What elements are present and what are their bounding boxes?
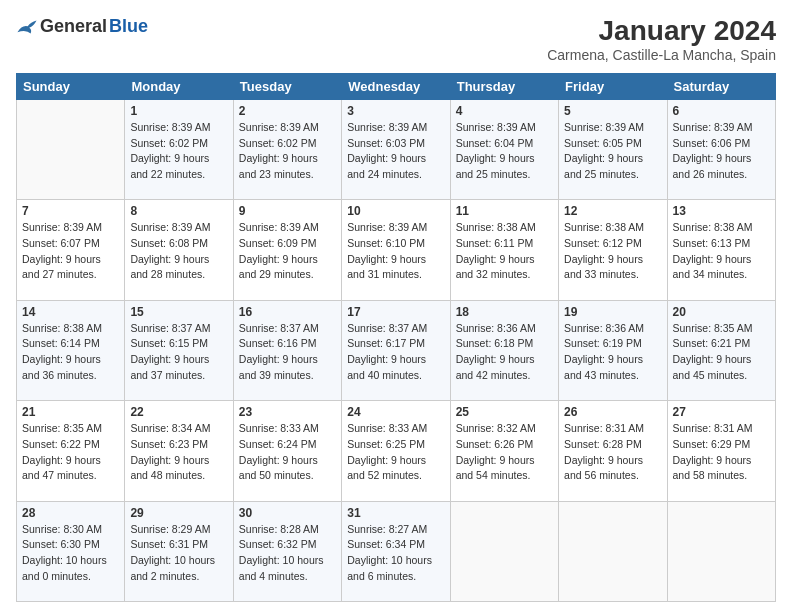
day-number: 6 (673, 104, 770, 118)
day-info: Sunrise: 8:39 AMSunset: 6:05 PMDaylight:… (564, 120, 661, 183)
day-info: Sunrise: 8:28 AMSunset: 6:32 PMDaylight:… (239, 522, 336, 585)
calendar-cell: 31Sunrise: 8:27 AMSunset: 6:34 PMDayligh… (342, 501, 450, 601)
calendar-cell: 12Sunrise: 8:38 AMSunset: 6:12 PMDayligh… (559, 200, 667, 300)
calendar-cell: 24Sunrise: 8:33 AMSunset: 6:25 PMDayligh… (342, 401, 450, 501)
day-info: Sunrise: 8:38 AMSunset: 6:11 PMDaylight:… (456, 220, 553, 283)
weekday-header-thursday: Thursday (450, 73, 558, 99)
calendar-cell (559, 501, 667, 601)
calendar-cell: 14Sunrise: 8:38 AMSunset: 6:14 PMDayligh… (17, 300, 125, 400)
page: General Blue January 2024 Carmena, Casti… (0, 0, 792, 612)
day-number: 26 (564, 405, 661, 419)
calendar-cell: 1Sunrise: 8:39 AMSunset: 6:02 PMDaylight… (125, 99, 233, 199)
day-info: Sunrise: 8:29 AMSunset: 6:31 PMDaylight:… (130, 522, 227, 585)
weekday-header-tuesday: Tuesday (233, 73, 341, 99)
day-info: Sunrise: 8:30 AMSunset: 6:30 PMDaylight:… (22, 522, 119, 585)
day-number: 21 (22, 405, 119, 419)
week-row-3: 14Sunrise: 8:38 AMSunset: 6:14 PMDayligh… (17, 300, 776, 400)
calendar-cell: 19Sunrise: 8:36 AMSunset: 6:19 PMDayligh… (559, 300, 667, 400)
day-info: Sunrise: 8:31 AMSunset: 6:29 PMDaylight:… (673, 421, 770, 484)
calendar-cell: 20Sunrise: 8:35 AMSunset: 6:21 PMDayligh… (667, 300, 775, 400)
weekday-header-friday: Friday (559, 73, 667, 99)
calendar-cell: 7Sunrise: 8:39 AMSunset: 6:07 PMDaylight… (17, 200, 125, 300)
day-info: Sunrise: 8:33 AMSunset: 6:24 PMDaylight:… (239, 421, 336, 484)
calendar-cell: 15Sunrise: 8:37 AMSunset: 6:15 PMDayligh… (125, 300, 233, 400)
week-row-5: 28Sunrise: 8:30 AMSunset: 6:30 PMDayligh… (17, 501, 776, 601)
day-info: Sunrise: 8:37 AMSunset: 6:16 PMDaylight:… (239, 321, 336, 384)
day-number: 27 (673, 405, 770, 419)
week-row-1: 1Sunrise: 8:39 AMSunset: 6:02 PMDaylight… (17, 99, 776, 199)
day-info: Sunrise: 8:39 AMSunset: 6:02 PMDaylight:… (130, 120, 227, 183)
day-number: 18 (456, 305, 553, 319)
day-info: Sunrise: 8:38 AMSunset: 6:12 PMDaylight:… (564, 220, 661, 283)
day-number: 22 (130, 405, 227, 419)
day-number: 12 (564, 204, 661, 218)
calendar-cell: 2Sunrise: 8:39 AMSunset: 6:02 PMDaylight… (233, 99, 341, 199)
day-info: Sunrise: 8:39 AMSunset: 6:07 PMDaylight:… (22, 220, 119, 283)
day-number: 29 (130, 506, 227, 520)
day-number: 13 (673, 204, 770, 218)
logo-bird-icon (16, 18, 38, 36)
day-info: Sunrise: 8:33 AMSunset: 6:25 PMDaylight:… (347, 421, 444, 484)
day-info: Sunrise: 8:39 AMSunset: 6:03 PMDaylight:… (347, 120, 444, 183)
week-row-2: 7Sunrise: 8:39 AMSunset: 6:07 PMDaylight… (17, 200, 776, 300)
calendar-cell: 18Sunrise: 8:36 AMSunset: 6:18 PMDayligh… (450, 300, 558, 400)
calendar-cell: 23Sunrise: 8:33 AMSunset: 6:24 PMDayligh… (233, 401, 341, 501)
weekday-header-sunday: Sunday (17, 73, 125, 99)
day-number: 31 (347, 506, 444, 520)
day-info: Sunrise: 8:37 AMSunset: 6:15 PMDaylight:… (130, 321, 227, 384)
day-number: 17 (347, 305, 444, 319)
weekday-header-row: SundayMondayTuesdayWednesdayThursdayFrid… (17, 73, 776, 99)
calendar-cell: 8Sunrise: 8:39 AMSunset: 6:08 PMDaylight… (125, 200, 233, 300)
week-row-4: 21Sunrise: 8:35 AMSunset: 6:22 PMDayligh… (17, 401, 776, 501)
day-number: 16 (239, 305, 336, 319)
location-subtitle: Carmena, Castille-La Mancha, Spain (547, 47, 776, 63)
day-info: Sunrise: 8:27 AMSunset: 6:34 PMDaylight:… (347, 522, 444, 585)
day-number: 11 (456, 204, 553, 218)
day-info: Sunrise: 8:39 AMSunset: 6:06 PMDaylight:… (673, 120, 770, 183)
calendar-cell: 25Sunrise: 8:32 AMSunset: 6:26 PMDayligh… (450, 401, 558, 501)
day-info: Sunrise: 8:35 AMSunset: 6:22 PMDaylight:… (22, 421, 119, 484)
day-number: 24 (347, 405, 444, 419)
month-title: January 2024 (547, 16, 776, 47)
day-info: Sunrise: 8:38 AMSunset: 6:14 PMDaylight:… (22, 321, 119, 384)
day-info: Sunrise: 8:37 AMSunset: 6:17 PMDaylight:… (347, 321, 444, 384)
calendar-cell: 11Sunrise: 8:38 AMSunset: 6:11 PMDayligh… (450, 200, 558, 300)
calendar-cell (17, 99, 125, 199)
day-number: 3 (347, 104, 444, 118)
day-info: Sunrise: 8:36 AMSunset: 6:19 PMDaylight:… (564, 321, 661, 384)
day-number: 15 (130, 305, 227, 319)
header: General Blue January 2024 Carmena, Casti… (16, 16, 776, 63)
day-info: Sunrise: 8:32 AMSunset: 6:26 PMDaylight:… (456, 421, 553, 484)
day-number: 19 (564, 305, 661, 319)
day-number: 9 (239, 204, 336, 218)
title-block: January 2024 Carmena, Castille-La Mancha… (547, 16, 776, 63)
weekday-header-monday: Monday (125, 73, 233, 99)
day-number: 7 (22, 204, 119, 218)
day-number: 10 (347, 204, 444, 218)
calendar-cell: 30Sunrise: 8:28 AMSunset: 6:32 PMDayligh… (233, 501, 341, 601)
calendar-cell: 6Sunrise: 8:39 AMSunset: 6:06 PMDaylight… (667, 99, 775, 199)
day-number: 14 (22, 305, 119, 319)
calendar-cell: 16Sunrise: 8:37 AMSunset: 6:16 PMDayligh… (233, 300, 341, 400)
logo: General Blue (16, 16, 148, 37)
day-info: Sunrise: 8:39 AMSunset: 6:08 PMDaylight:… (130, 220, 227, 283)
calendar-cell: 17Sunrise: 8:37 AMSunset: 6:17 PMDayligh… (342, 300, 450, 400)
calendar-cell: 10Sunrise: 8:39 AMSunset: 6:10 PMDayligh… (342, 200, 450, 300)
day-info: Sunrise: 8:39 AMSunset: 6:04 PMDaylight:… (456, 120, 553, 183)
calendar-cell: 27Sunrise: 8:31 AMSunset: 6:29 PMDayligh… (667, 401, 775, 501)
day-info: Sunrise: 8:36 AMSunset: 6:18 PMDaylight:… (456, 321, 553, 384)
calendar-cell (667, 501, 775, 601)
calendar-cell: 9Sunrise: 8:39 AMSunset: 6:09 PMDaylight… (233, 200, 341, 300)
calendar-table: SundayMondayTuesdayWednesdayThursdayFrid… (16, 73, 776, 602)
calendar-cell: 4Sunrise: 8:39 AMSunset: 6:04 PMDaylight… (450, 99, 558, 199)
weekday-header-saturday: Saturday (667, 73, 775, 99)
calendar-cell: 22Sunrise: 8:34 AMSunset: 6:23 PMDayligh… (125, 401, 233, 501)
day-number: 2 (239, 104, 336, 118)
day-number: 25 (456, 405, 553, 419)
calendar-cell: 13Sunrise: 8:38 AMSunset: 6:13 PMDayligh… (667, 200, 775, 300)
day-info: Sunrise: 8:31 AMSunset: 6:28 PMDaylight:… (564, 421, 661, 484)
day-number: 30 (239, 506, 336, 520)
day-info: Sunrise: 8:39 AMSunset: 6:09 PMDaylight:… (239, 220, 336, 283)
day-number: 20 (673, 305, 770, 319)
logo-general-text: General (40, 16, 107, 37)
